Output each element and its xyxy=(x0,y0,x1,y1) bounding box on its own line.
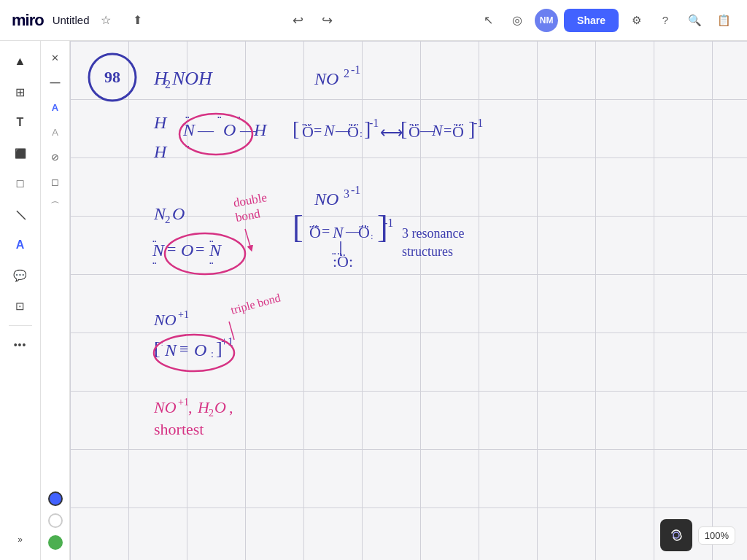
svg-text:Ö: Ö xyxy=(309,223,321,241)
svg-text:O: O xyxy=(172,204,185,223)
frames-tool-button[interactable]: ⊞ xyxy=(6,77,35,106)
svg-text:O: O xyxy=(194,341,206,359)
undo-button[interactable]: ↩ xyxy=(287,9,310,32)
upload-button[interactable]: ⬆ xyxy=(126,9,150,32)
svg-text:-1: -1 xyxy=(384,217,393,229)
topbar: miro Untitled ☆ ⬆ ↩ ↪ ↖ ◎ NM Share ⚙ ? 🔍… xyxy=(0,0,747,41)
lasso-button[interactable]: ⌒ xyxy=(44,195,66,217)
svg-text:N: N xyxy=(209,241,222,260)
svg-text:NO: NO xyxy=(314,190,338,209)
pen-tool-button[interactable]: A xyxy=(6,230,35,260)
svg-text:••: •• xyxy=(217,114,222,121)
help-icon[interactable]: ? xyxy=(654,9,677,32)
present-icon[interactable]: ◎ xyxy=(506,9,529,32)
svg-text:-1: -1 xyxy=(369,117,379,129)
svg-text:≡: ≡ xyxy=(179,340,188,358)
zoom-level[interactable]: 100% xyxy=(698,526,735,545)
svg-text:3: 3 xyxy=(344,187,349,200)
svg-line-47 xyxy=(245,229,251,249)
svg-text:NO: NO xyxy=(153,398,177,416)
favorite-button[interactable]: ☆ xyxy=(94,9,117,32)
document-title[interactable]: Untitled xyxy=(53,14,90,26)
title-area: Untitled ☆ xyxy=(53,9,117,32)
settings-icon[interactable]: ⚙ xyxy=(624,9,648,32)
svg-text:98: 98 xyxy=(104,68,120,86)
pen-style-a-button[interactable]: A xyxy=(44,96,66,118)
collapse-sidebar-button[interactable]: » xyxy=(6,525,35,554)
shapes-tool-button[interactable]: □ xyxy=(6,169,35,198)
pen-sidebar: ✕ — A A ⊘ ◻ ⌒ xyxy=(41,41,70,560)
layers-button[interactable]: ⊘ xyxy=(44,146,66,168)
pen-dash-button[interactable]: — xyxy=(44,71,66,93)
zoom-gesture-button[interactable] xyxy=(660,519,692,551)
svg-text:-1: -1 xyxy=(473,117,483,129)
svg-text:Ö: Ö xyxy=(452,122,464,141)
canvas[interactable]: 98 H 2 NOH H •• •• N — •• •• O — H H NO … xyxy=(70,41,747,560)
notes-icon[interactable]: 📋 xyxy=(712,9,735,32)
color-white-dot[interactable] xyxy=(48,513,63,528)
svg-text:—: — xyxy=(197,121,214,139)
color-green-dot[interactable] xyxy=(48,535,63,550)
miro-logo[interactable]: miro xyxy=(12,11,44,30)
svg-text:H: H xyxy=(153,113,168,132)
svg-text:NOH: NOH xyxy=(171,68,213,89)
svg-text:H: H xyxy=(253,120,268,139)
svg-point-98 xyxy=(673,532,679,538)
svg-text:O: O xyxy=(214,398,226,416)
svg-text:Ö: Ö xyxy=(358,223,370,241)
topbar-center: ↩ ↪ xyxy=(287,9,339,32)
frame-tool-button[interactable]: ⊡ xyxy=(6,292,35,321)
svg-text:N: N xyxy=(332,223,344,241)
svg-text:[: [ xyxy=(293,209,303,245)
svg-text::: : xyxy=(211,349,214,359)
svg-text:-1: -1 xyxy=(351,184,360,196)
svg-text:Ö: Ö xyxy=(409,122,420,141)
svg-text:3 resonance: 3 resonance xyxy=(402,226,464,241)
svg-text:O: O xyxy=(223,120,236,139)
svg-text::: : xyxy=(371,230,374,241)
user-avatar[interactable]: NM xyxy=(535,9,558,32)
comment-tool-button[interactable]: 💬 xyxy=(6,261,35,290)
svg-text:[: [ xyxy=(293,117,299,140)
font-style-button[interactable]: A xyxy=(44,121,66,143)
svg-text:=: = xyxy=(196,240,204,258)
line-tool-button[interactable]: | xyxy=(0,194,41,236)
svg-text:=: = xyxy=(322,223,330,239)
share-button[interactable]: Share xyxy=(564,9,619,32)
canvas-drawing: 98 H 2 NOH H •• •• N — •• •• O — H H NO … xyxy=(70,41,747,560)
svg-text:structures: structures xyxy=(402,244,453,259)
svg-text:N: N xyxy=(323,121,336,139)
svg-text:Ö: Ö xyxy=(347,122,359,141)
svg-text:••: •• xyxy=(152,260,157,267)
sticky-tool-button[interactable]: ⬛ xyxy=(6,139,35,168)
svg-text:=: = xyxy=(314,122,322,139)
svg-text:double: double xyxy=(232,190,268,210)
svg-text:O: O xyxy=(181,241,193,260)
text-tool-button[interactable]: T xyxy=(6,108,35,137)
eraser-button[interactable]: ◻ xyxy=(44,171,66,192)
svg-text:NO: NO xyxy=(314,69,338,88)
select-tool-button[interactable]: ▲ xyxy=(6,47,35,76)
svg-text:2: 2 xyxy=(165,214,171,225)
close-pen-sidebar-button[interactable]: ✕ xyxy=(44,47,66,69)
svg-text:2: 2 xyxy=(209,408,214,419)
svg-text::Ö:: :Ö: xyxy=(333,252,353,271)
svg-text:,: , xyxy=(188,398,193,416)
svg-text:+1: +1 xyxy=(178,309,189,320)
redo-button[interactable]: ↪ xyxy=(316,9,339,32)
search-icon[interactable]: 🔍 xyxy=(683,9,706,32)
left-sidebar: ▲ ⊞ T ⬛ □ | A 💬 ⊡ ••• » xyxy=(0,41,41,560)
cursor-share-icon[interactable]: ↖ xyxy=(476,9,500,32)
svg-text:,: , xyxy=(229,398,233,416)
svg-text:=: = xyxy=(444,122,452,139)
svg-text:H: H xyxy=(153,142,168,161)
svg-text:+1: +1 xyxy=(178,397,189,408)
sidebar-divider xyxy=(9,325,32,326)
topbar-right: ↖ ◎ NM Share ⚙ ? 🔍 📋 xyxy=(476,9,735,32)
svg-text:2: 2 xyxy=(165,78,171,90)
svg-text:Ö: Ö xyxy=(302,122,314,141)
svg-text:triple bond: triple bond xyxy=(229,291,282,316)
more-tools-button[interactable]: ••• xyxy=(6,330,35,359)
svg-text::: : xyxy=(360,128,363,139)
color-blue-dot[interactable] xyxy=(48,491,63,506)
